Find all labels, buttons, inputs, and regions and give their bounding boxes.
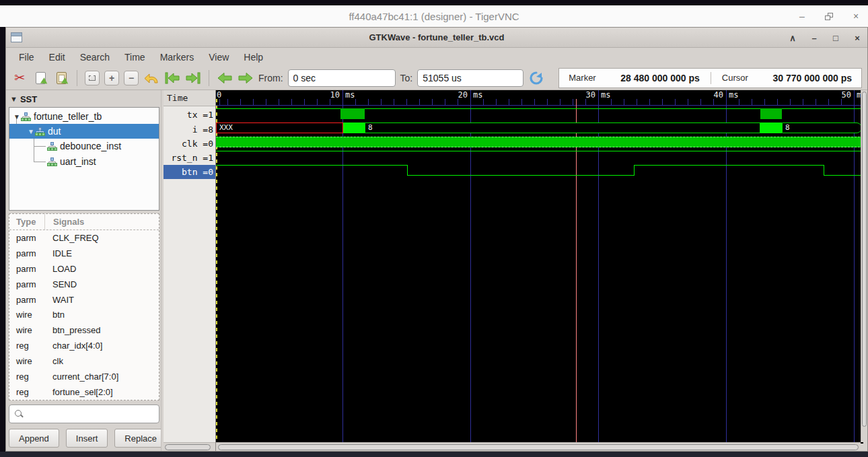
zoom-to-end-icon[interactable] [185,70,201,86]
from-input[interactable] [288,69,396,87]
signal-type: parm [9,233,44,243]
expander-icon[interactable]: ▼ [27,128,35,135]
maximize-icon[interactable]: □ [831,33,840,43]
append-button[interactable]: Append [9,429,59,448]
waveform-canvas[interactable]: 0 10 ms 20 ms 30 ms 40 ms 50 ms [216,90,863,444]
signal-row[interactable]: parmLOAD [9,261,159,277]
tree-item-fortune-teller-tb[interactable]: ▼ fortune_teller_tb [9,109,159,124]
scrollbar-thumb[interactable] [218,444,859,450]
zoom-fit-icon[interactable] [85,71,100,85]
gtkwave-titlebar[interactable]: GTKWave - fortune_teller_tb.vcd ∧ – □ × [6,28,867,48]
wave-vscrollbar[interactable] [861,90,867,442]
timeline-label: 0 [217,90,225,100]
signal-label-btn[interactable]: btn =0 [164,165,215,179]
signal-name: SEND [44,279,77,289]
menu-file[interactable]: File [11,49,42,65]
waveform-area: 0 10 ms 20 ms 30 ms 40 ms 50 ms [216,90,867,451]
collapse-triangle-icon: ▼ [10,95,17,103]
toolbar-separator [77,70,77,86]
menu-edit[interactable]: Edit [42,49,73,65]
signal-type: wire [9,356,44,366]
signal-label-rst-n[interactable]: rst_n =1 [164,151,215,165]
signal-row[interactable]: wireclk [9,353,159,369]
tree-item-label: debounce_inst [60,141,121,151]
shift-left-icon[interactable] [217,70,233,86]
close-icon[interactable]: × [853,33,862,43]
timeline-unit: ms [729,90,738,100]
vnc-close-icon[interactable]: × [851,11,861,22]
search-icon [15,410,23,418]
timeline-label: 30 [569,90,595,100]
signal-label-tx[interactable]: tx =1 [164,106,215,122]
zoom-out-icon[interactable]: − [124,71,139,85]
menu-search[interactable]: Search [73,49,117,65]
signal-name: LOAD [44,264,76,274]
menu-time[interactable]: Time [117,49,153,65]
wave-i-transition [343,122,365,133]
scissors-glyph: ✂ [14,70,25,85]
gtkwave-title: GTKWave - fortune_teller_tb.vcd [369,32,504,42]
vnc-title: ff440a47bc41:1 (designer) - TigerVNC [349,11,519,22]
sst-header[interactable]: ▼ SST [9,92,159,106]
signal-row[interactable]: regchar_idx[4:0] [9,338,159,353]
shade-icon[interactable]: ∧ [788,33,797,43]
wave-hscrollbar[interactable] [216,442,861,451]
signal-type: parm [9,264,44,274]
shift-right-icon[interactable] [238,70,254,86]
zoom-to-start-icon[interactable] [164,70,180,86]
zoom-in-icon[interactable]: + [104,71,119,85]
search-input[interactable] [27,407,159,421]
signal-label-clk[interactable]: clk =0 [164,137,215,151]
tree-item-label: fortune_teller_tb [34,111,102,122]
replace-button[interactable]: Replace [114,429,167,448]
tree-item-dut[interactable]: ▼ dut [9,124,159,139]
signal-label-i[interactable]: i =8 [164,122,215,137]
signal-type: wire [9,325,44,335]
vnc-titlebar: ff440a47bc41:1 (designer) - TigerVNC – × [0,5,868,27]
signal-row[interactable]: wirebtn_pressed [9,322,159,338]
cut-icon[interactable]: ✂ [11,70,28,86]
menu-view[interactable]: View [201,49,236,65]
module-icon [47,142,57,151]
zoom-fit-glyph [89,75,96,81]
desktop-bottom-strip [0,452,868,457]
wave-i-value-segment: 8 [365,122,760,133]
wave-tx-burst [760,108,782,119]
reload-icon[interactable] [528,70,544,86]
tree-item-label: uart_inst [60,156,96,167]
expander-icon[interactable]: ▼ [13,113,21,120]
wave-btn-low-line [824,175,863,176]
signal-row[interactable]: parmWAIT [9,292,159,308]
signal-row[interactable]: parmCLK_FREQ [9,230,159,246]
minimize-icon[interactable]: – [809,33,819,43]
vnc-restore-icon[interactable] [825,13,833,20]
tree-item-debounce-inst[interactable]: debounce_inst [9,139,159,153]
time-header: Time [164,90,215,106]
tree-item-uart-inst[interactable]: uart_inst [9,154,159,169]
signal-type: parm [9,279,44,289]
zoom-undo-icon[interactable] [143,70,159,86]
signal-row[interactable]: regcurrent_char[7:0] [9,369,159,384]
signal-row[interactable]: parmIDLE [9,246,159,261]
scrollbar-thumb[interactable] [862,92,867,427]
insert-button[interactable]: Insert [66,429,108,448]
signals-list-header: Type Signals [9,214,159,230]
to-input[interactable] [417,69,523,87]
paste-icon[interactable] [53,70,69,86]
copy-arrow [40,77,48,86]
signal-row[interactable]: parmSEND [9,277,159,292]
vnc-minimize-icon[interactable]: – [797,11,807,22]
sst-header-label: SST [20,94,37,104]
signal-row[interactable]: regfortune_sel[2:0] [9,384,159,400]
copy-icon[interactable] [32,70,48,86]
menu-markers[interactable]: Markers [153,49,202,65]
wave-btn-rise-edge [634,165,635,176]
scrollbar-thumb[interactable] [165,444,211,450]
names-hscrollbar[interactable] [164,442,215,451]
menu-help[interactable]: Help [236,49,270,65]
signals-list: Type Signals parmCLK_FREQ parmIDLE parmL… [9,213,159,400]
signals-column-header[interactable]: Signals [44,214,159,230]
vnc-window-controls: – × [797,5,861,27]
signal-row[interactable]: wirebtn [9,308,159,323]
type-column-header[interactable]: Type [9,217,44,227]
